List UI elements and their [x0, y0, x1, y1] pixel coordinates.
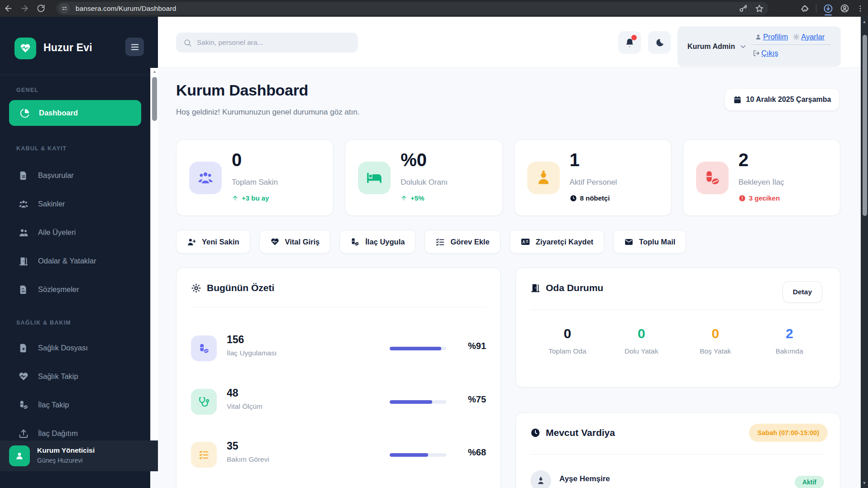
- shift-badge: Sabah (07:00-15:00): [749, 424, 828, 442]
- arrow-up-icon: [232, 195, 238, 201]
- sidebar-item-sakinler[interactable]: Sakinler: [9, 191, 141, 217]
- pending-pills-icon: [696, 162, 729, 194]
- task-list-icon: [191, 442, 217, 468]
- detail-button[interactable]: Detay: [782, 281, 822, 303]
- row-value: 35: [227, 440, 238, 452]
- stat-label: Bekleyen İlaç: [739, 178, 784, 187]
- search-box[interactable]: [176, 33, 358, 53]
- sidebar-user-name: Kurum Yöneticisi: [37, 446, 95, 455]
- stat-value: 0: [232, 150, 242, 170]
- sidebar-item-label: Sakinler: [38, 200, 65, 208]
- user-plus-icon: [187, 237, 196, 247]
- bulk-mail-button[interactable]: Toplu Mail: [613, 230, 686, 254]
- progress-percent: %68: [468, 447, 486, 458]
- sidebar-scrollbar-thumb[interactable]: [152, 77, 157, 121]
- stat-value: 1: [570, 150, 580, 170]
- scroll-up-arrow[interactable]: ▲: [151, 69, 158, 74]
- stat-value: %0: [401, 150, 427, 170]
- sidebar-item-label: Dashboard: [39, 109, 78, 117]
- residents-icon: [189, 162, 222, 194]
- profile-person-icon: [755, 33, 762, 40]
- task-list-icon: [435, 237, 445, 247]
- room-stat-label: Toplam Oda: [530, 347, 605, 355]
- page-subtitle: Hoş geldiniz! Kurumunuzun genel durumuna…: [176, 108, 359, 117]
- sidebar-item-ilac-takip[interactable]: İlaç Takip: [9, 392, 141, 418]
- user-menu[interactable]: Kurum Admin Profilim Ayarlar Çıkış: [677, 26, 841, 67]
- gear-icon: [191, 283, 201, 293]
- sidebar-item-label: Sağlık Takip: [38, 372, 78, 381]
- apply-medication-button[interactable]: İlaç Uygula: [339, 230, 415, 254]
- progress-percent: %91: [468, 341, 486, 351]
- sidebar-scrollbar-track[interactable]: ▲ ▼: [150, 68, 158, 457]
- pills-icon: [191, 335, 217, 361]
- card-title: Oda Durumu: [546, 282, 603, 293]
- row-value: 48: [227, 387, 238, 399]
- url-text[interactable]: bansera.com/Kurum/Dashboard: [76, 5, 176, 13]
- status-badge: Aktif: [795, 476, 824, 488]
- dark-mode-button[interactable]: [648, 31, 671, 54]
- scroll-up-arrow[interactable]: ▲: [861, 19, 868, 24]
- page-scrollbar-thumb[interactable]: [863, 35, 867, 216]
- sidebar-item-sozlesmeler[interactable]: Sözleşmeler: [9, 277, 141, 302]
- stat-card-aktif-personel: 1 Aktif Personel 8 nöbetçi: [514, 139, 672, 216]
- stat-card-bekleyen-ilac: 2 Bekleyen İlaç 3 geciken: [683, 139, 840, 216]
- search-input[interactable]: [197, 38, 346, 47]
- arrow-up-icon: [401, 195, 407, 201]
- stat-trend: +3 bu ay: [242, 194, 269, 202]
- page-scrollbar[interactable]: ▲ ▼: [861, 17, 868, 488]
- sidebar-item-dashboard[interactable]: Dashboard: [9, 100, 141, 126]
- nurse-avatar: [530, 470, 551, 488]
- profile-link[interactable]: Profilim: [763, 33, 788, 41]
- sidebar-scrollbar: ▲ ▼: [150, 17, 158, 457]
- sidebar-item-aile-uyeleri[interactable]: Aile Üyeleri: [9, 220, 141, 245]
- sidebar-item-odalar-yataklar[interactable]: Odalar & Yataklar: [9, 248, 141, 274]
- sidebar-item-saglik-takip[interactable]: Sağlık Takip: [9, 364, 141, 389]
- action-label: Toplu Mail: [639, 238, 675, 246]
- users-icon: [18, 199, 29, 210]
- back-button[interactable]: [0, 2, 16, 15]
- profile-icon[interactable]: [840, 4, 849, 13]
- sidebar-user-card[interactable]: Kurum Yöneticisi Güneş Huzurevi: [0, 440, 158, 471]
- progress-percent: %75: [468, 394, 486, 405]
- vital-entry-button[interactable]: Vital Giriş: [259, 230, 331, 254]
- new-resident-button[interactable]: Yeni Sakin: [176, 230, 250, 254]
- action-label: Vital Giriş: [285, 238, 320, 246]
- file-signature-icon: [18, 285, 29, 295]
- add-task-button[interactable]: Görev Ekle: [424, 230, 500, 254]
- bookmark-star-icon[interactable]: [755, 4, 764, 13]
- logout-link[interactable]: Çıkış: [761, 49, 778, 57]
- main-content: Kurum Dashboard Hoş geldiniz! Kurumunuzu…: [158, 68, 861, 488]
- summary-row-bakim: 35 Bakım Görevi %68: [176, 442, 501, 468]
- room-stat-value: 2: [753, 326, 827, 341]
- register-visitor-button[interactable]: Ziyaretçi Kaydet: [510, 230, 604, 254]
- menu-divider: [753, 44, 831, 45]
- reload-button[interactable]: [33, 2, 49, 15]
- sidebar-item-label: İlaç Dağıtım: [38, 429, 78, 438]
- staff-name: Ayşe Hemşire: [559, 474, 610, 483]
- scroll-down-arrow[interactable]: ▼: [861, 481, 868, 485]
- browser-toolbar: bansera.com/Kurum/Dashboard: [0, 0, 868, 17]
- clock-icon: [570, 195, 577, 202]
- settings-link[interactable]: Ayarlar: [801, 33, 825, 41]
- current-shift-card: Mevcut Vardiya Sabah (07:00-15:00) Ayşe …: [515, 412, 840, 488]
- logout-icon: [753, 50, 760, 57]
- medical-file-icon: [18, 343, 29, 353]
- address-bar[interactable]: bansera.com/Kurum/Dashboard: [56, 2, 768, 15]
- site-settings-icon[interactable]: [59, 3, 70, 14]
- sidebar-item-saglik-dosyasi[interactable]: Sağlık Dosyası: [9, 335, 141, 361]
- password-key-icon[interactable]: [739, 4, 748, 13]
- extensions-icon[interactable]: [800, 4, 809, 13]
- room-stat-bos-yatak: 0Boş Yatak: [678, 326, 753, 355]
- stat-trend: 3 geciken: [749, 194, 780, 202]
- action-label: Yeni Sakin: [202, 238, 239, 246]
- menu-kebab-icon[interactable]: [856, 5, 864, 13]
- stat-value: 2: [739, 150, 749, 170]
- notification-dot: [631, 35, 637, 40]
- calendar-icon: [733, 96, 742, 104]
- notifications-button[interactable]: [618, 31, 641, 54]
- sidebar-item-basvurular[interactable]: Başvurular: [9, 163, 141, 188]
- sidebar-toggle-button[interactable]: [125, 38, 144, 56]
- forward-button[interactable]: [16, 2, 33, 15]
- downloads-icon[interactable]: [823, 4, 833, 14]
- file-icon: [18, 171, 29, 181]
